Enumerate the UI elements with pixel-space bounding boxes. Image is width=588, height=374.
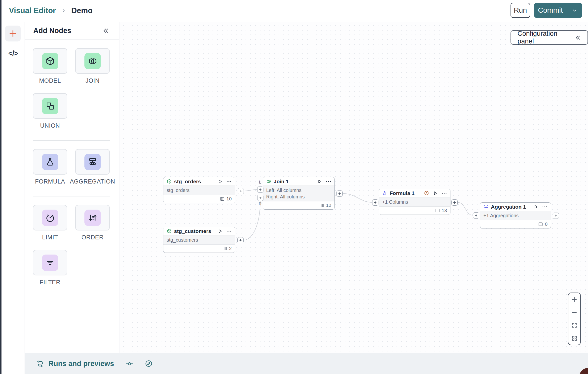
sort-icon: [88, 213, 98, 223]
commit-split-button: Commit: [534, 3, 582, 18]
ellipsis-icon[interactable]: [226, 228, 232, 234]
palette-tile-formula[interactable]: FORMULA: [33, 149, 67, 185]
chevrons-left-icon[interactable]: [103, 27, 109, 34]
route-icon: [37, 360, 44, 368]
column-count: 2: [229, 246, 232, 251]
configuration-panel-label: Configuration panel: [517, 30, 570, 45]
tile-label: LIMIT: [42, 234, 58, 241]
tile-label: AGGREGATION: [70, 178, 115, 185]
palette-tile-join[interactable]: JOIN: [75, 48, 110, 84]
palette-tile-limit[interactable]: LIMIT: [33, 205, 67, 241]
cube-icon: [167, 228, 172, 234]
top-bar: Visual Editor Demo Run Commit: [1, 0, 588, 21]
node-title: stg_customers: [174, 228, 215, 234]
node-formula-1[interactable]: Formula 1 +1 Columns 13: [379, 189, 450, 215]
play-icon[interactable]: [218, 229, 222, 234]
ellipsis-icon[interactable]: [441, 190, 447, 196]
fit-view-button[interactable]: [568, 319, 580, 332]
node-stg-customers[interactable]: stg_customers stg_customers 2: [163, 227, 235, 253]
tile-label: FILTER: [40, 279, 61, 286]
node-body-line: Left: All columns: [266, 187, 331, 193]
sitemap-icon: [88, 157, 98, 167]
cube-icon: [45, 56, 55, 66]
play-icon[interactable]: [317, 179, 322, 184]
commit-node-icon[interactable]: [125, 362, 134, 366]
gauge-icon: [45, 213, 55, 223]
panel-title: Add Nodes: [33, 27, 71, 35]
canvas-zoom-controls: [568, 293, 581, 345]
venn-icon: [266, 179, 271, 184]
tile-label: MODEL: [39, 77, 61, 84]
add-nodes-rail-button[interactable]: [5, 26, 21, 41]
breadcrumb-current-page: Demo: [71, 6, 93, 15]
commit-dropdown-button[interactable]: [567, 3, 582, 18]
node-stg-orders[interactable]: stg_orders stg_orders 10: [163, 177, 235, 203]
column-count: 0: [545, 222, 548, 227]
zoom-in-button[interactable]: [568, 293, 580, 306]
warning-icon[interactable]: [424, 190, 429, 196]
palette-tile-aggregation[interactable]: AGGREGATION: [75, 149, 110, 185]
palette-tile-order[interactable]: ORDER: [75, 205, 110, 241]
ellipsis-icon[interactable]: [226, 179, 232, 184]
node-aggregation-1[interactable]: Aggregation 1 +1 Aggregations 0: [480, 202, 551, 228]
node-body-line: Right: All columns: [266, 193, 331, 200]
play-icon[interactable]: [433, 191, 438, 196]
minus-icon: [571, 309, 578, 316]
tile-label: FORMULA: [35, 178, 65, 185]
configuration-panel-button[interactable]: Configuration panel: [511, 30, 588, 45]
runs-and-previews-toggle[interactable]: Runs and previews: [37, 360, 114, 368]
breadcrumb: Visual Editor Demo: [9, 6, 93, 15]
code-view-button[interactable]: </>: [1, 49, 25, 58]
venn-icon: [88, 56, 98, 66]
port-formula-input[interactable]: [372, 199, 378, 206]
node-join-1[interactable]: Join 1 Left: All columns Right: All colu…: [263, 177, 335, 210]
ellipsis-icon[interactable]: [326, 179, 331, 184]
columns-icon: [220, 196, 225, 201]
node-body-line: +1 Aggregations: [483, 212, 548, 219]
node-body-line: stg_customers: [167, 237, 232, 243]
chevron-down-icon: [572, 7, 578, 13]
fit-view-icon: [571, 322, 577, 328]
play-icon[interactable]: [533, 204, 538, 209]
add-nodes-panel: Add Nodes MODEL JOIN UNION FORMULA: [25, 22, 119, 353]
columns-icon: [538, 222, 543, 227]
tile-label: UNION: [40, 122, 60, 129]
port-join-right-input[interactable]: [257, 195, 263, 201]
commit-button[interactable]: Commit: [534, 3, 567, 18]
port-label-left: L: [259, 180, 261, 185]
port-formula-output[interactable]: [451, 199, 458, 206]
play-icon[interactable]: [218, 179, 222, 184]
runs-and-previews-label: Runs and previews: [48, 360, 114, 368]
breadcrumb-visual-editor-link[interactable]: Visual Editor: [9, 6, 56, 15]
palette-tile-model[interactable]: MODEL: [33, 48, 67, 84]
port-aggregation-input[interactable]: [473, 212, 479, 219]
node-title: Formula 1: [390, 190, 422, 196]
chevrons-left-icon: [575, 35, 581, 41]
node-title: Join 1: [274, 179, 315, 185]
zoom-out-button[interactable]: [568, 306, 580, 319]
columns-icon: [319, 203, 324, 208]
columns-icon: [222, 246, 227, 251]
ellipsis-icon[interactable]: [542, 204, 548, 210]
run-button[interactable]: Run: [511, 3, 530, 18]
port-stg-customers-output[interactable]: [237, 237, 244, 243]
tile-label: ORDER: [81, 234, 104, 241]
port-label-right: R: [259, 202, 262, 206]
sitemap-icon: [483, 204, 489, 209]
node-body-line: +1 Columns: [382, 199, 447, 205]
port-join-left-input[interactable]: [257, 187, 263, 193]
palette-tile-union[interactable]: UNION: [33, 93, 67, 129]
bottom-bar: Runs and previews: [25, 353, 588, 374]
palette-tile-filter[interactable]: FILTER: [33, 250, 67, 286]
port-stg-orders-output[interactable]: [238, 188, 244, 194]
grid-icon: [571, 335, 578, 341]
cube-icon: [167, 179, 172, 184]
port-join-output[interactable]: [336, 190, 343, 197]
compass-icon[interactable]: [145, 360, 152, 367]
column-count: 13: [442, 208, 447, 213]
node-title: Aggregation 1: [491, 204, 531, 210]
plus-icon: [8, 29, 18, 38]
auto-layout-button[interactable]: [568, 332, 580, 345]
port-aggregation-output[interactable]: [553, 213, 559, 219]
column-count: 10: [226, 196, 232, 202]
